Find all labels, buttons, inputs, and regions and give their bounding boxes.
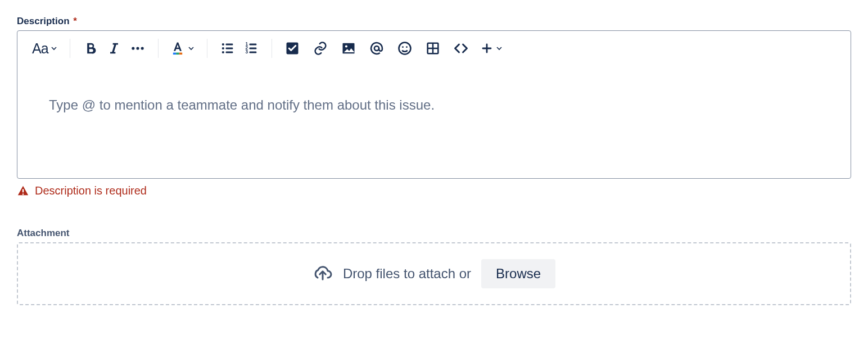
emoji-icon	[397, 40, 413, 56]
checkbox-icon	[284, 40, 300, 56]
table-button[interactable]	[424, 39, 442, 57]
italic-icon	[106, 40, 122, 56]
plus-icon	[480, 42, 494, 55]
code-button[interactable]	[452, 39, 470, 57]
chevron-down-icon	[187, 44, 196, 53]
toolbar-separator	[158, 39, 159, 58]
text-color-icon	[170, 40, 186, 56]
toolbar-separator	[70, 39, 70, 58]
browse-button[interactable]: Browse	[481, 259, 555, 288]
more-icon	[130, 40, 146, 56]
svg-rect-13	[249, 44, 256, 46]
svg-rect-3	[173, 53, 175, 55]
svg-point-6	[221, 43, 224, 46]
svg-text:3: 3	[245, 49, 248, 55]
svg-rect-15	[249, 48, 256, 49]
description-label: Description *	[17, 16, 851, 27]
upload-icon	[313, 263, 333, 285]
svg-point-22	[399, 43, 410, 55]
bullet-list-icon	[220, 40, 236, 56]
required-asterisk: *	[73, 16, 77, 26]
more-formatting-button[interactable]	[129, 39, 147, 57]
description-label-text: Description	[17, 16, 70, 26]
bold-button[interactable]	[82, 39, 100, 57]
toolbar-separator	[272, 39, 272, 58]
svg-rect-4	[176, 53, 179, 55]
text-color-dropdown[interactable]	[170, 39, 196, 57]
attachment-section: Attachment Drop files to attach or Brows…	[17, 228, 851, 305]
svg-point-10	[221, 51, 224, 53]
mention-button[interactable]	[368, 39, 386, 57]
error-icon	[17, 185, 29, 197]
dropzone-text: Drop files to attach or	[343, 266, 471, 282]
insert-dropdown[interactable]	[480, 39, 504, 57]
description-placeholder: Type @ to mention a teammate and notify …	[49, 97, 819, 113]
svg-point-8	[221, 47, 224, 49]
svg-point-1	[136, 47, 139, 49]
svg-rect-5	[179, 53, 182, 55]
text-style-dropdown[interactable]: Aa	[32, 39, 58, 57]
description-error-text: Description is required	[35, 184, 147, 197]
link-button[interactable]	[311, 39, 329, 57]
editor-toolbar: Aa	[17, 31, 851, 66]
attachment-dropzone[interactable]: Drop files to attach or Browse	[17, 242, 851, 305]
svg-rect-9	[225, 48, 233, 49]
attachment-label: Attachment	[17, 228, 851, 239]
mention-icon	[369, 40, 385, 56]
chevron-down-icon	[49, 44, 58, 53]
description-editor: Aa	[17, 30, 851, 179]
emoji-button[interactable]	[396, 39, 414, 57]
bold-icon	[83, 40, 98, 56]
numbered-list-icon: 123	[243, 40, 259, 56]
toolbar-separator	[207, 39, 207, 58]
svg-point-23	[402, 46, 404, 48]
description-textarea[interactable]: Type @ to mention a teammate and notify …	[17, 66, 851, 178]
description-error: Description is required	[17, 184, 851, 197]
bullet-list-button[interactable]	[219, 39, 237, 57]
svg-rect-7	[225, 44, 233, 46]
svg-rect-11	[225, 52, 233, 53]
action-item-button[interactable]	[283, 39, 301, 57]
svg-rect-17	[249, 52, 256, 53]
italic-button[interactable]	[105, 39, 123, 57]
image-button[interactable]	[340, 39, 358, 57]
link-icon	[313, 40, 328, 56]
svg-point-20	[345, 45, 347, 47]
svg-point-2	[141, 47, 143, 49]
numbered-list-button[interactable]: 123	[242, 39, 260, 57]
svg-point-0	[132, 47, 134, 49]
image-icon	[341, 40, 356, 56]
browse-button-label: Browse	[496, 266, 541, 282]
table-icon	[425, 40, 441, 56]
svg-point-24	[406, 46, 408, 48]
code-icon	[453, 40, 469, 56]
chevron-down-icon	[495, 44, 504, 53]
text-style-label: Aa	[32, 42, 48, 56]
